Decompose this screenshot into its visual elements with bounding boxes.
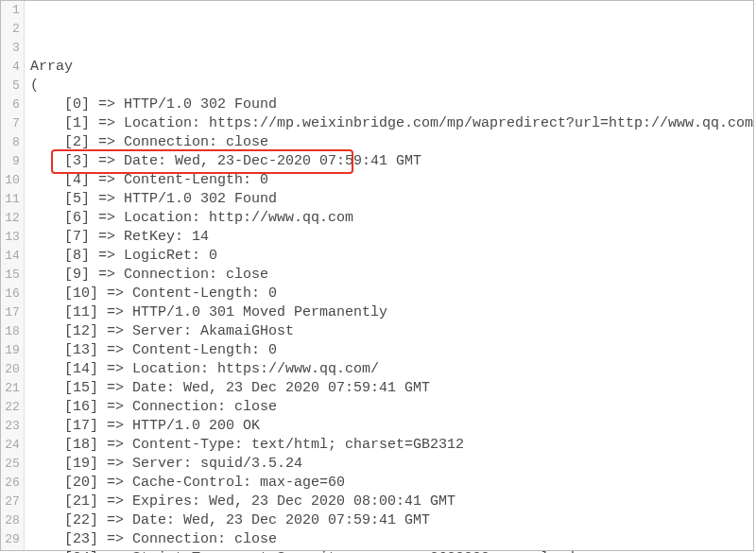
code-line: [4] => Content-Length: 0: [30, 171, 753, 190]
line-number: 29: [1, 530, 20, 549]
code-area: Array( [0] => HTTP/1.0 302 Found [1] => …: [25, 1, 753, 550]
line-number: 1: [1, 1, 20, 20]
line-number: 20: [1, 360, 20, 379]
code-line: [15] => Date: Wed, 23 Dec 2020 07:59:41 …: [30, 379, 753, 398]
line-number: 17: [1, 303, 20, 322]
code-line: [3] => Date: Wed, 23-Dec-2020 07:59:41 G…: [30, 152, 753, 171]
code-line: [9] => Connection: close: [30, 266, 753, 285]
line-number: 9: [1, 152, 20, 171]
line-number: 7: [1, 114, 20, 133]
code-line: [12] => Server: AkamaiGHost: [30, 322, 753, 341]
code-line: [22] => Date: Wed, 23 Dec 2020 07:59:41 …: [30, 511, 753, 530]
code-line: [21] => Expires: Wed, 23 Dec 2020 08:00:…: [30, 493, 753, 511]
line-number-gutter: 1234567891011121314151617181920212223242…: [1, 1, 25, 550]
code-line: [20] => Cache-Control: max-age=60: [30, 474, 753, 493]
line-number: 27: [1, 493, 20, 511]
code-line: [19] => Server: squid/3.5.24: [30, 455, 753, 474]
code-line: [13] => Content-Length: 0: [30, 341, 753, 360]
code-line: [18] => Content-Type: text/html; charset…: [30, 436, 753, 455]
line-number: 28: [1, 511, 20, 530]
line-number: 6: [1, 95, 20, 114]
code-line: [2] => Connection: close: [30, 133, 753, 152]
line-number: 4: [1, 58, 20, 77]
line-number: 24: [1, 436, 20, 455]
code-line: (: [30, 77, 753, 95]
line-number: 14: [1, 247, 20, 266]
line-number: 25: [1, 455, 20, 474]
code-line: [7] => RetKey: 14: [30, 228, 753, 247]
code-line: [24] => Strict-Transport-Security: max-a…: [30, 549, 753, 553]
line-number: 16: [1, 285, 20, 303]
line-number: 10: [1, 171, 20, 190]
code-line: [6] => Location: http://www.qq.com: [30, 209, 753, 228]
line-number: 5: [1, 77, 20, 95]
code-line: [17] => HTTP/1.0 200 OK: [30, 417, 753, 436]
code-line: Array: [30, 58, 753, 77]
code-line: [8] => LogicRet: 0: [30, 247, 753, 266]
line-number: 15: [1, 266, 20, 285]
line-number: 3: [1, 39, 20, 58]
line-number: 8: [1, 133, 20, 152]
code-line: [14] => Location: https://www.qq.com/: [30, 360, 753, 379]
line-number: 21: [1, 379, 20, 398]
line-number: 19: [1, 341, 20, 360]
line-number: 11: [1, 190, 20, 209]
line-number: 23: [1, 417, 20, 436]
code-line: [1] => Location: https://mp.weixinbridge…: [30, 114, 753, 133]
code-line: [5] => HTTP/1.0 302 Found: [30, 190, 753, 209]
code-line: [16] => Connection: close: [30, 398, 753, 417]
code-line: [11] => HTTP/1.0 301 Moved Permanently: [30, 303, 753, 322]
line-number: 2: [1, 20, 20, 39]
code-line: [23] => Connection: close: [30, 530, 753, 549]
line-number: 18: [1, 322, 20, 341]
line-number: 26: [1, 474, 20, 493]
code-editor: 1234567891011121314151617181920212223242…: [0, 0, 754, 551]
line-number: 13: [1, 228, 20, 247]
code-line: [10] => Content-Length: 0: [30, 285, 753, 303]
code-line: [0] => HTTP/1.0 302 Found: [30, 95, 753, 114]
line-number: 12: [1, 209, 20, 228]
line-number: 22: [1, 398, 20, 417]
